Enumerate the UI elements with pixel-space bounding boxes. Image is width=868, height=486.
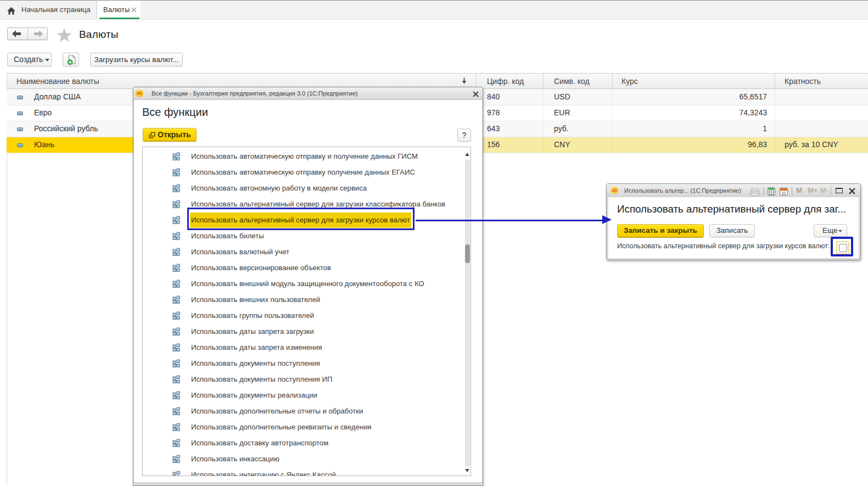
svg-text:31: 31: [781, 191, 786, 195]
